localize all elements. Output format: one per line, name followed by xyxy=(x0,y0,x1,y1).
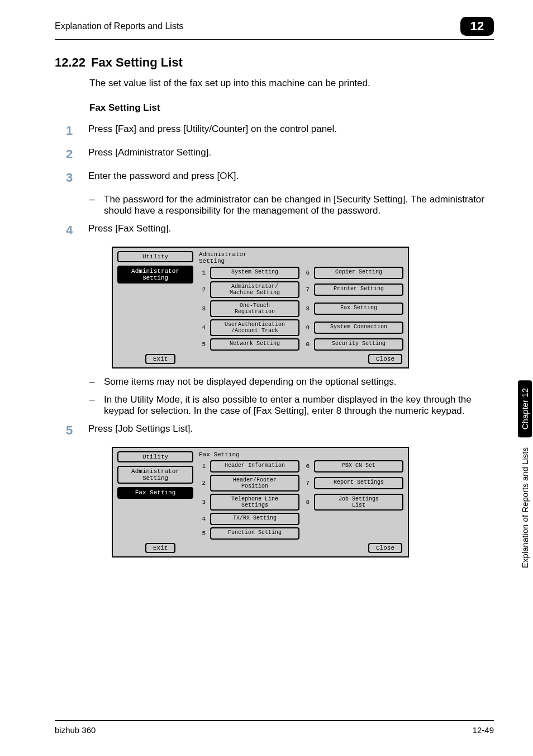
lcd1-title-line1: Administrator xyxy=(199,251,247,258)
lcd1-key-2: 2 xyxy=(199,286,207,293)
header-footer-position-button[interactable]: Header/Footer Position xyxy=(210,475,299,492)
breadcrumb-administrator-setting[interactable]: Administrator Setting xyxy=(117,266,193,284)
security-setting-button[interactable]: Security Setting xyxy=(314,338,403,351)
header-information-button[interactable]: Header Information xyxy=(210,460,299,472)
footer-model: bizhub 360 xyxy=(55,725,96,735)
lcd1-key-1: 1 xyxy=(199,270,207,276)
lcd2-key-7: 7 xyxy=(303,480,311,486)
lcd1-key-4: 4 xyxy=(199,324,207,331)
running-title: Explanation of Reports and Lists xyxy=(55,21,183,31)
breadcrumb-fax-setting[interactable]: Fax Setting xyxy=(117,487,193,498)
lcd1-title: Administrator Setting xyxy=(199,251,403,264)
exit-button[interactable]: Exit xyxy=(145,354,175,364)
step-3-text: Enter the password and press [OK]. xyxy=(88,171,494,182)
section-number: 12.22 xyxy=(55,55,85,69)
step-4-note-b-text: In the Utility Mode, it is also possible… xyxy=(104,394,494,417)
step-4-note-b: – In the Utility Mode, it is also possib… xyxy=(89,394,494,417)
lcd1-key-0: 0 xyxy=(303,341,311,348)
tx-rx-setting-button[interactable]: TX/RX Setting xyxy=(210,513,299,525)
step-1-text: Press [Fax] and press [Utility/Counter] … xyxy=(88,124,494,135)
step-4-text: Press [Fax Setting]. xyxy=(88,223,494,234)
user-authentication-account-track-button[interactable]: UserAuthentication /Account Track xyxy=(210,319,299,336)
step-4-number: 4 xyxy=(66,223,88,238)
step-5-number: 5 xyxy=(66,423,88,438)
side-tab-chapter: Chapter 12 xyxy=(518,380,532,437)
lcd1-key-7: 7 xyxy=(303,286,311,293)
printer-setting-button[interactable]: Printer Setting xyxy=(314,284,403,296)
copier-setting-button[interactable]: Copier Setting xyxy=(314,267,403,279)
bullet-dash: – xyxy=(89,194,104,216)
breadcrumb-utility[interactable]: Utility xyxy=(117,251,193,262)
pbx-cn-set-button[interactable]: PBX CN Set xyxy=(314,460,403,472)
close-button[interactable]: Close xyxy=(368,354,402,364)
side-tab-title: Explanation of Reports and Lists xyxy=(519,442,531,574)
lcd1-key-9: 9 xyxy=(303,324,311,331)
fax-setting-button[interactable]: Fax Setting xyxy=(314,303,403,315)
administrator-machine-setting-button[interactable]: Administrator/ Machine Setting xyxy=(210,281,299,298)
lcd2-key-8: 8 xyxy=(303,499,311,505)
lcd1-key-6: 6 xyxy=(303,270,311,276)
footer-page-number: 12-49 xyxy=(473,725,494,735)
step-5: 5 Press [Job Settings List]. xyxy=(66,423,494,438)
step-3-note: – The password for the administrator can… xyxy=(89,194,494,216)
step-1-number: 1 xyxy=(66,124,88,138)
lcd1-key-3: 3 xyxy=(199,305,207,312)
exit-button[interactable]: Exit xyxy=(145,543,175,553)
lcd1-key-8: 8 xyxy=(303,305,311,312)
lcd2-key-6: 6 xyxy=(303,463,311,470)
step-4: 4 Press [Fax Setting]. xyxy=(66,223,494,238)
step-2-text: Press [Administrator Setting]. xyxy=(88,147,494,158)
lcd-panel-fax-setting: Utility Administrator Setting Fax Settin… xyxy=(112,447,409,557)
step-1: 1 Press [Fax] and press [Utility/Counter… xyxy=(66,124,494,138)
section-title: Fax Setting List xyxy=(91,55,183,69)
step-3: 3 Enter the password and press [OK]. xyxy=(66,171,494,185)
report-settings-button[interactable]: Report Settings xyxy=(314,477,403,489)
step-3-note-text: The password for the administrator can b… xyxy=(104,194,494,216)
breadcrumb-utility[interactable]: Utility xyxy=(117,451,193,462)
close-button[interactable]: Close xyxy=(368,543,402,553)
system-connection-button[interactable]: System Connection xyxy=(314,322,403,334)
lcd2-key-2: 2 xyxy=(199,480,207,486)
lcd2-key-3: 3 xyxy=(199,499,207,505)
job-settings-list-button[interactable]: Job Settings List xyxy=(314,494,403,511)
step-2-number: 2 xyxy=(66,147,88,162)
section-heading: 12.22Fax Setting List xyxy=(55,55,494,70)
lcd2-title: Fax Setting xyxy=(199,451,403,458)
lcd1-key-5: 5 xyxy=(199,341,207,348)
lcd2-key-5: 5 xyxy=(199,530,207,537)
intro-paragraph: The set value list of the fax set up int… xyxy=(89,78,494,89)
bullet-dash: – xyxy=(89,394,104,417)
step-3-number: 3 xyxy=(66,171,88,185)
running-header: Explanation of Reports and Lists 12 xyxy=(55,17,494,40)
network-setting-button[interactable]: Network Setting xyxy=(210,338,299,351)
step-4-note-a-text: Some items may not be displayed dependin… xyxy=(104,376,494,388)
page-footer: bizhub 360 12-49 xyxy=(55,720,494,735)
step-5-text: Press [Job Settings List]. xyxy=(88,423,494,434)
procedure-subhead: Fax Setting List xyxy=(89,102,494,114)
side-thumb-tab: Chapter 12 Explanation of Reports and Li… xyxy=(516,380,533,643)
one-touch-registration-button[interactable]: One-Touch Registration xyxy=(210,300,299,317)
function-setting-button[interactable]: Function Setting xyxy=(210,527,299,540)
telephone-line-settings-button[interactable]: Telephone Line Settings xyxy=(210,494,299,511)
lcd2-key-1: 1 xyxy=(199,463,207,470)
breadcrumb-administrator-setting[interactable]: Administrator Setting xyxy=(117,466,193,484)
lcd2-key-4: 4 xyxy=(199,516,207,522)
step-2: 2 Press [Administrator Setting]. xyxy=(66,147,494,162)
step-4-note-a: – Some items may not be displayed depend… xyxy=(89,376,494,388)
lcd-panel-administrator-setting: Utility Administrator Setting Administra… xyxy=(112,247,409,368)
bullet-dash: – xyxy=(89,376,104,388)
lcd1-title-line2: Setting xyxy=(199,258,225,264)
system-setting-button[interactable]: System Setting xyxy=(210,267,299,279)
chapter-number-box: 12 xyxy=(460,17,494,36)
